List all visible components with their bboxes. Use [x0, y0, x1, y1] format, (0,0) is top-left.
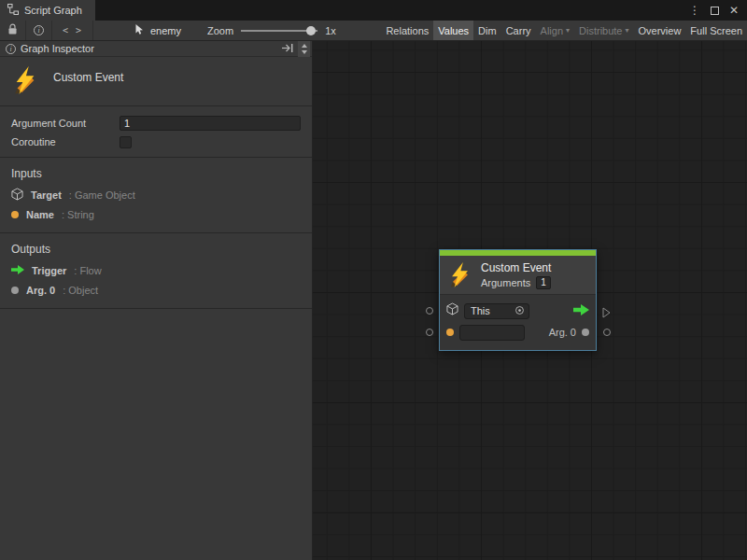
- chevron-down-icon: ▾: [566, 27, 570, 35]
- output-port-arg0[interactable]: [603, 329, 611, 336]
- inspector-header-controls: [281, 41, 310, 57]
- window-controls: ⋮ ✕: [689, 0, 747, 21]
- unity-script-graph-window: Script Graph ⋮ ✕ i < >: [0, 0, 747, 560]
- info-icon: i: [6, 44, 16, 54]
- menu-icon[interactable]: ⋮: [689, 4, 700, 17]
- target-picker-icon[interactable]: [514, 305, 525, 317]
- graph-canvas[interactable]: Custom Event Arguments 1: [313, 41, 747, 560]
- inputs-section: Inputs Target: Game Object Name: String: [0, 158, 312, 232]
- script-graph-icon: [7, 4, 19, 17]
- input-port-target[interactable]: [426, 307, 433, 315]
- info-button[interactable]: i: [26, 21, 52, 40]
- code-icon: < >: [63, 25, 82, 35]
- fullscreen-button[interactable]: Full Screen: [685, 21, 747, 40]
- cube-icon: [11, 188, 23, 203]
- info-icon: i: [34, 25, 44, 35]
- input-port-name[interactable]: [426, 329, 433, 336]
- graph-inspector-panel: i Graph Inspector: [0, 41, 313, 560]
- align-dropdown[interactable]: Align ▾: [536, 21, 574, 40]
- zoom-control: Zoom 1x: [207, 21, 336, 40]
- stepper-down-icon[interactable]: [302, 50, 307, 54]
- target-dropdown[interactable]: This: [464, 303, 529, 319]
- node-body: This: [440, 295, 596, 350]
- close-icon[interactable]: ✕: [729, 4, 739, 17]
- toolbar-buttons: Relations Values Dim Carry Align ▾ Distr…: [381, 21, 747, 40]
- string-port-icon[interactable]: [446, 329, 454, 336]
- dim-button[interactable]: Dim: [473, 21, 501, 40]
- argument-count-label: Argument Count: [11, 118, 120, 129]
- carry-button[interactable]: Carry: [501, 21, 536, 40]
- unit-fields: Argument Count Coroutine: [0, 106, 312, 157]
- graph-toolbar: i < > enemy Zoom 1x Relations: [0, 21, 747, 41]
- argument-count-row: Argument Count: [11, 114, 301, 133]
- main-area: i Graph Inspector: [0, 41, 747, 560]
- distribute-dropdown[interactable]: Distribute ▾: [574, 21, 633, 40]
- inspector-header: i Graph Inspector: [0, 41, 312, 57]
- expand-panel-icon[interactable]: [281, 43, 294, 55]
- arguments-label: Arguments: [481, 277, 530, 288]
- coroutine-label: Coroutine: [11, 136, 120, 147]
- coroutine-row: Coroutine: [11, 133, 301, 151]
- cube-icon: [446, 302, 458, 319]
- cursor-icon: [134, 23, 145, 37]
- custom-event-node[interactable]: Custom Event Arguments 1: [439, 249, 597, 351]
- input-row-name: Name: String: [0, 204, 312, 224]
- graph-name-label: enemy: [150, 25, 181, 36]
- unit-title: Custom Event: [53, 71, 123, 84]
- flow-arrow-icon: [573, 302, 589, 319]
- tab-script-graph[interactable]: Script Graph: [0, 0, 95, 21]
- output-row-trigger: Trigger: Flow: [0, 260, 312, 280]
- object-port-icon: [11, 287, 19, 294]
- stepper-up-icon[interactable]: [302, 44, 307, 48]
- overview-button[interactable]: Overview: [634, 21, 686, 40]
- node-target-row: This: [446, 301, 589, 320]
- input-row-target: Target: Game Object: [0, 185, 312, 204]
- string-port-icon: [11, 211, 19, 218]
- coroutine-checkbox[interactable]: [120, 136, 132, 148]
- custom-event-icon: [11, 66, 39, 96]
- lock-button[interactable]: [0, 21, 26, 40]
- node-title: Custom Event: [481, 261, 551, 274]
- outputs-section: Outputs Trigger: Flow Arg. 0: Object: [0, 233, 312, 308]
- unit-header: Custom Event: [0, 57, 312, 105]
- node-arguments-row: Arguments 1: [481, 276, 551, 289]
- node-name-row: Arg. 0: [446, 323, 589, 342]
- lock-icon: [7, 23, 18, 37]
- outputs-title: Outputs: [0, 233, 312, 260]
- flow-arrow-icon: [11, 265, 24, 276]
- zoom-slider-handle[interactable]: [306, 26, 316, 35]
- values-button[interactable]: Values: [433, 21, 473, 40]
- maximize-icon[interactable]: [711, 7, 719, 15]
- name-input[interactable]: [459, 325, 525, 341]
- inputs-title: Inputs: [0, 158, 312, 185]
- inspector-title: Graph Inspector: [21, 43, 94, 54]
- chevron-down-icon: ▾: [626, 27, 629, 35]
- argument-count-input[interactable]: [120, 116, 301, 131]
- zoom-label: Zoom: [207, 25, 233, 36]
- zoom-slider[interactable]: [241, 25, 317, 36]
- inspector-empty-area: [0, 309, 312, 560]
- custom-event-icon: [447, 262, 472, 287]
- node-header[interactable]: Custom Event Arguments 1: [440, 256, 596, 295]
- output-row-arg0: Arg. 0: Object: [0, 280, 312, 300]
- tab-label: Script Graph: [24, 5, 82, 16]
- arguments-count-field[interactable]: 1: [536, 276, 551, 289]
- object-port-icon[interactable]: [582, 329, 589, 336]
- arg0-output-label: Arg. 0: [549, 327, 576, 338]
- code-preview-button[interactable]: < >: [52, 21, 93, 40]
- inspector-stepper[interactable]: [298, 41, 310, 57]
- node-title-block: Custom Event Arguments 1: [481, 262, 551, 287]
- tab-bar: Script Graph ⋮ ✕: [0, 0, 747, 21]
- output-port-trigger[interactable]: [602, 305, 611, 322]
- relations-button[interactable]: Relations: [381, 21, 433, 40]
- graph-breadcrumb[interactable]: enemy: [134, 21, 181, 40]
- zoom-value: 1x: [325, 25, 336, 36]
